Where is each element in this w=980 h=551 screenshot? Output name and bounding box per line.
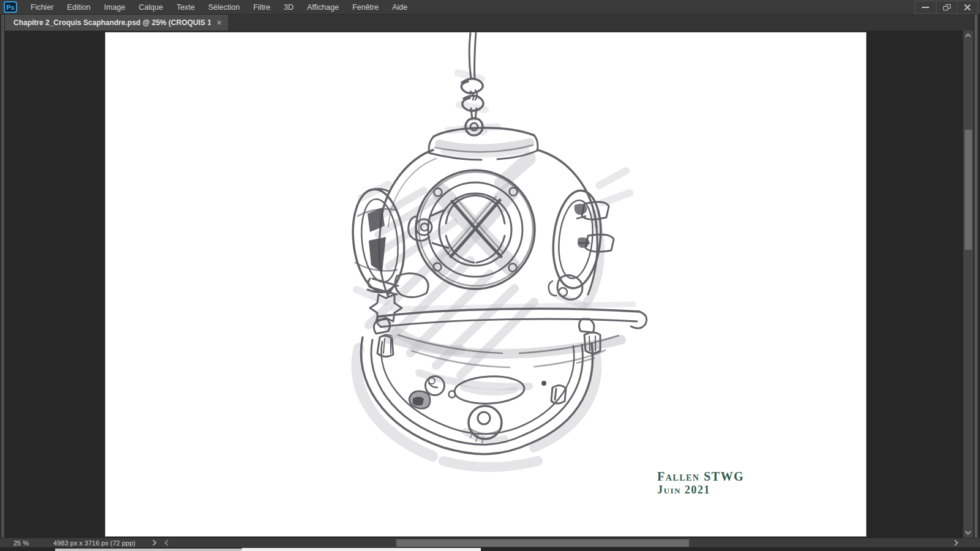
artist-signature: Fallen STWG bbox=[657, 470, 744, 484]
menu-item-selection[interactable]: Sélection bbox=[202, 0, 246, 14]
vertical-scrollbar-thumb[interactable] bbox=[965, 130, 972, 250]
taskbar-peek-left bbox=[55, 549, 242, 551]
taskbar-peek-right bbox=[242, 548, 481, 551]
photoshop-app-icon[interactable]: Ps bbox=[4, 1, 17, 13]
scroll-right-icon[interactable] bbox=[952, 540, 959, 546]
signature-date: Juin 2021 bbox=[657, 484, 710, 497]
document-tab-bar: Chapitre 2_Croquis Scaphandre.psd @ 25% … bbox=[0, 15, 980, 31]
document-info[interactable]: 4983 px x 3716 px (72 ppp) bbox=[53, 539, 135, 547]
diving-helmet-sketch bbox=[105, 32, 867, 538]
bottom-edge-strip bbox=[0, 547, 980, 551]
close-icon bbox=[963, 4, 971, 12]
menu-item-texte[interactable]: Texte bbox=[170, 0, 202, 14]
window-controls bbox=[914, 1, 978, 14]
menu-bar: Fichier Edition Image Calque Texte Sélec… bbox=[24, 0, 414, 14]
document-canvas[interactable]: Fallen STWG Juin 2021 bbox=[105, 32, 867, 537]
menu-item-edition[interactable]: Edition bbox=[61, 0, 97, 14]
menu-item-3d[interactable]: 3D bbox=[277, 0, 300, 14]
restore-icon bbox=[943, 4, 951, 10]
zoom-level-field[interactable]: 25 % bbox=[13, 539, 29, 547]
status-bar: 25 % 4983 px x 3716 px (72 ppp) bbox=[0, 538, 980, 547]
canvas-workspace: Fallen STWG Juin 2021 bbox=[0, 31, 980, 538]
document-tab[interactable]: Chapitre 2_Croquis Scaphandre.psd @ 25% … bbox=[5, 15, 228, 31]
menu-item-fichier[interactable]: Fichier bbox=[24, 0, 61, 14]
minimize-button[interactable] bbox=[915, 1, 936, 13]
restore-button[interactable] bbox=[936, 1, 957, 13]
menu-item-fenetre[interactable]: Fenêtre bbox=[345, 0, 385, 14]
horizontal-scrollbar-thumb[interactable] bbox=[396, 539, 689, 547]
menu-item-affichage[interactable]: Affichage bbox=[300, 0, 345, 14]
scroll-down-icon[interactable] bbox=[965, 529, 971, 535]
menu-item-image[interactable]: Image bbox=[97, 0, 132, 14]
title-bar[interactable]: Ps Fichier Edition Image Calque Texte Sé… bbox=[0, 0, 980, 15]
menu-item-calque[interactable]: Calque bbox=[132, 0, 170, 14]
menu-item-aide[interactable]: Aide bbox=[385, 0, 414, 14]
photoshop-window: Ps Fichier Edition Image Calque Texte Sé… bbox=[0, 0, 980, 551]
vertical-scrollbar[interactable] bbox=[963, 31, 973, 538]
right-panel-edge bbox=[973, 15, 980, 551]
scroll-up-icon[interactable] bbox=[965, 34, 971, 40]
status-popup-chevron-icon[interactable] bbox=[151, 540, 157, 546]
rope-and-knot bbox=[461, 32, 483, 135]
document-tab-title: Chapitre 2_Croquis Scaphandre.psd @ 25% … bbox=[13, 18, 211, 27]
scroll-left-icon[interactable] bbox=[165, 540, 171, 546]
close-button[interactable] bbox=[957, 1, 978, 13]
left-panel-edge bbox=[0, 15, 5, 551]
minimize-icon bbox=[922, 7, 929, 8]
front-porthole bbox=[416, 170, 535, 289]
tab-close-icon[interactable]: × bbox=[217, 18, 222, 27]
menu-item-filtre[interactable]: Filtre bbox=[246, 0, 277, 14]
